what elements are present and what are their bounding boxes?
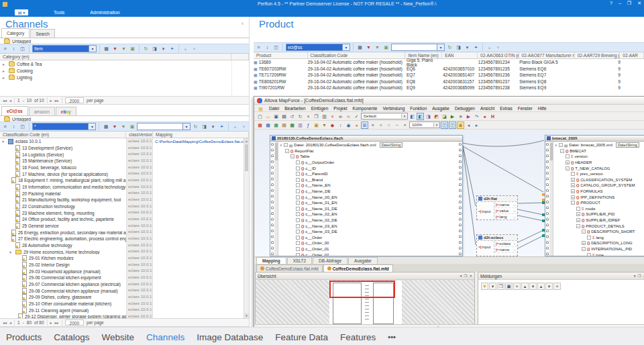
paste-icon[interactable]: ▥ [321,113,328,120]
image-icon[interactable]: ▣ [129,45,136,52]
first-page-icon[interactable]: ◂◂ [3,320,7,325]
classification-row[interactable]: 29-02 Interior Design eclass 10.0.1 [0,262,244,268]
classification-row[interactable]: 29-01 Kitchen modules eclass 10.0.1 [0,255,244,262]
zoom-select[interactable]: 100% ▾ [409,121,440,128]
nav-item[interactable]: Features [340,332,376,342]
classification-row[interactable]: 29-11 Cleaning agent (manual) eclass 10.… [0,307,244,313]
insert-exception-icon[interactable]: ● [353,121,360,129]
expander-icon[interactable] [296,166,300,170]
print-icon[interactable]: ▤ [280,113,288,120]
product-row[interactable]: ▦TE717209RW 29-16-04-02 Automatic coffee… [254,72,644,79]
prev-page-icon[interactable]: ◂ [9,98,11,103]
filter-icon[interactable]: ▼ [119,123,127,130]
dock-icon[interactable]: ❐ [637,274,641,278]
caret-down-icon[interactable]: ▾ [209,123,217,130]
classification-row[interactable]: 21 Manufacturing facility, workshop equi… [0,197,244,203]
redo-icon[interactable]: ↻ [297,113,304,120]
filter-clear-icon[interactable]: ▼ [365,44,372,51]
schema-node[interactable]: c__Name_02_DE [278,217,458,224]
view-columns-icon[interactable]: ◫ [19,123,26,130]
schema-node[interactable]: − T_NEW_CATALOG [553,165,644,171]
dock-icon[interactable]: ❐ [464,274,467,278]
first-page-icon[interactable]: ◂◂ [3,98,7,103]
filter-clear-icon[interactable]: ▼ [111,123,118,130]
minimize-button[interactable]: – [619,1,621,6]
mapping-canvas[interactable]: 20180130.CoffeeDemoEclass.flach ∧ − Date… [255,130,644,256]
stop-icon[interactable]: ■ [457,113,464,120]
classification-row[interactable]: 29-03 Household appliance (manual) eclas… [0,268,244,275]
refresh-icon[interactable]: ↻ [192,123,199,130]
expander-icon[interactable] [296,183,300,187]
move-icon[interactable]: + [218,123,225,130]
product-search-select[interactable]: ▾ [391,44,445,51]
classification-row[interactable]: ▾ 29 Home economics, Home technology ecl… [0,248,244,255]
schema-node[interactable]: + IPP_DEFINITIONS [553,194,644,200]
schema-node[interactable]: mode [553,206,644,212]
refresh-icon[interactable]: ↻ [446,44,453,51]
expander-icon[interactable]: − [560,149,564,153]
schema-node[interactable]: c__Name_DE [278,189,458,195]
expander-icon[interactable]: + [582,241,586,245]
schema-node[interactable]: c__Order_02 [278,252,458,256]
breakpoint-icon[interactable]: ● [481,113,488,120]
mapping-link[interactable]: C:\PerfionData\Mapping\CoffeeDemoEclass.… [153,140,244,144]
insert-condition-icon[interactable]: ◆ [329,121,336,129]
expander-icon[interactable]: − [582,247,586,251]
classification-row[interactable]: 24 Office product, facility and technic,… [0,216,244,223]
engine-java-icon[interactable]: ◩ [433,113,440,120]
run-icon[interactable]: ▶ [449,113,456,120]
item-type-select[interactable]: Item ▾ [32,45,97,52]
schema-node[interactable]: c__Order_01 [278,246,458,252]
classification-row[interactable]: 29-06 Commercial kitchen equipment eclas… [0,275,244,281]
align-mid-icon[interactable]: ≡ [377,121,384,129]
close-icon[interactable]: ✕ [469,274,472,278]
view-tree-icon[interactable]: ≡ [255,44,262,51]
schema-node[interactable]: + FORMULAS [553,189,644,195]
engine-cs-icon[interactable]: ◪ [441,113,448,120]
column-header[interactable]: 02-AAO663 GTIN (en) [478,52,519,58]
delete-icon[interactable]: × [329,113,336,120]
untagged-item[interactable]: Untagged [4,117,31,121]
schema-node[interactable]: c__Name_03_DE [278,229,458,235]
view-manager-icon[interactable]: ◫ [449,121,456,129]
menu-item[interactable]: Hilfe [538,106,547,111]
classification-row[interactable]: 29-09 Dishes, cutlery, glassware eclass … [0,294,244,301]
view-sort-icon[interactable]: ↕ [264,44,271,51]
layout-icon[interactable]: ◨ [201,123,208,130]
classification-row[interactable]: 29-08 Commercial kitchen appliance (manu… [0,287,244,294]
back-icon[interactable]: ◂ [465,121,472,129]
down-icon[interactable]: ▾ [494,44,502,51]
schema-node[interactable]: c__Name_01_EN [278,200,458,206]
classification-row[interactable]: 26 Energy, extraction product, secondary… [0,229,244,236]
step-icon[interactable]: ↷ [473,113,480,120]
move-icon[interactable]: + [472,44,480,51]
forward-icon[interactable]: ▸ [473,121,480,129]
target-component-title[interactable]: bmecat_2005 [545,136,644,142]
schema-node[interactable]: + SUPPLIER_IDREF [553,217,644,224]
up-icon[interactable]: ▴ [231,123,239,130]
tab-ebay[interactable]: ebay [56,107,76,115]
classification-row[interactable]: 28 Automotive technology eclass 10.0.1 [0,242,244,249]
function-d2t-flat[interactable]: d2t:flat =|input |=name▷|=value▷|=lang▷ [476,195,518,220]
function-output[interactable]: |=lang▷ [494,214,517,220]
schema-node[interactable]: c__ParentID [278,171,458,177]
grid-icon[interactable]: ▦ [356,44,364,51]
scroll-thumb[interactable] [245,144,248,171]
classification-row[interactable]: 25 General service eclass 10.0.1 [0,223,244,230]
classification-row[interactable]: 17 Machine, device (for special applicat… [0,170,244,177]
menu-item[interactable]: Bearbeiten [284,106,305,111]
msg-clear-icon[interactable]: × [513,283,521,290]
schema-node[interactable]: − INTERNATIONAL_PID [553,246,644,252]
expander-icon[interactable] [571,172,575,176]
component-scrollbar[interactable] [274,142,278,256]
document-tab[interactable]: CoffeeDemoEclass.flat.mfd [323,264,393,272]
caret-down-icon[interactable]: ▾ [160,45,167,52]
expander-icon[interactable] [566,154,570,158]
schema-node[interactable]: − ReportFlat [278,148,458,154]
function-input[interactable]: input [482,209,490,213]
output-preset-select[interactable]: Default ▾ [361,113,408,119]
nav-more-button[interactable]: ••• [388,333,396,342]
engine-xquery-icon[interactable]: ◨ [425,113,432,120]
file-node[interactable]: ∧ − Datei: bmecat_2005.xml Datei/String [553,142,644,148]
product-view-select[interactable]: ecl@ss ▾ [286,44,350,51]
